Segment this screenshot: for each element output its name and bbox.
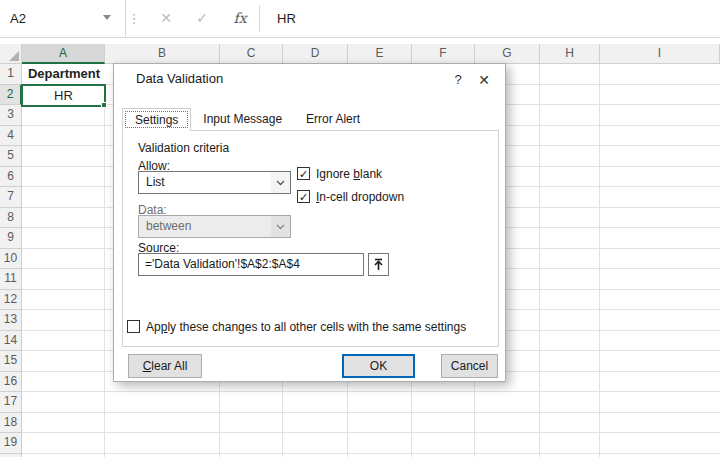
settings-tab-page: [122, 130, 499, 347]
data-combobox-disabled: between: [138, 215, 291, 238]
row-header-9[interactable]: 9: [0, 228, 22, 249]
row-header-4[interactable]: 4: [0, 126, 22, 147]
cancel-button[interactable]: Cancel: [441, 354, 498, 378]
clear-all-button[interactable]: Clear All: [128, 354, 202, 378]
row-header-17[interactable]: 17: [0, 392, 22, 413]
data-validation-dialog: Data Validation ? ✕ Settings Input Messa…: [113, 63, 506, 382]
select-all-corner[interactable]: [0, 44, 22, 64]
collapse-dialog-button[interactable]: [368, 253, 389, 276]
data-combobox-value: between: [146, 216, 191, 237]
row-header-3[interactable]: 3: [0, 105, 22, 126]
gridline-vertical: [539, 64, 540, 457]
row-header-11[interactable]: 11: [0, 269, 22, 290]
row-header-10[interactable]: 10: [0, 249, 22, 270]
gridline-horizontal: [22, 453, 720, 454]
name-box-value: A2: [10, 0, 26, 37]
source-input-value: ='Data Validation'!$A$2:$A$4: [145, 254, 300, 275]
incell-dropdown-label: In-cell dropdown: [316, 190, 404, 204]
select-all-triangle-icon: [9, 51, 19, 61]
tab-settings[interactable]: Settings: [122, 108, 191, 131]
ok-button[interactable]: OK: [342, 354, 415, 378]
apply-all-label: Apply these changes to all other cells w…: [146, 320, 466, 334]
chevron-down-icon: [271, 216, 290, 237]
gridline-vertical: [599, 64, 600, 457]
tab-input-message[interactable]: Input Message: [191, 108, 294, 130]
enter-formula-icon[interactable]: ✓: [184, 0, 220, 37]
ignore-blank-checkbox[interactable]: ✓: [297, 167, 310, 180]
chevron-down-icon[interactable]: [271, 172, 290, 193]
cell-a1[interactable]: Department: [23, 64, 105, 84]
column-header-G[interactable]: G: [475, 44, 540, 64]
row-header-1[interactable]: 1: [0, 64, 22, 85]
row-header-12[interactable]: 12: [0, 290, 22, 311]
help-icon[interactable]: ?: [447, 68, 469, 92]
formula-bar-value[interactable]: HR: [277, 0, 296, 37]
column-header-A[interactable]: A: [22, 44, 105, 64]
row-header-2[interactable]: 2: [0, 85, 22, 106]
dialog-title: Data Validation: [136, 71, 223, 86]
source-input[interactable]: ='Data Validation'!$A$2:$A$4: [138, 253, 364, 276]
cell-a2-selected[interactable]: HR: [21, 84, 106, 107]
row-header-20[interactable]: 20: [0, 454, 22, 457]
column-header-C[interactable]: C: [220, 44, 283, 64]
excel-window: A2 ⋮ ✕ ✓ fx HR ABCDEFGHI1234567891011121…: [0, 0, 720, 457]
row-header-19[interactable]: 19: [0, 433, 22, 454]
name-box-dropdown-icon[interactable]: [103, 15, 111, 20]
column-header-H[interactable]: H: [540, 44, 600, 64]
gridline-horizontal: [22, 432, 720, 433]
collapse-arrow-icon: [373, 258, 384, 271]
column-header-I[interactable]: I: [600, 44, 720, 64]
ignore-blank-label: Ignore blank: [316, 167, 382, 181]
row-header-7[interactable]: 7: [0, 187, 22, 208]
close-icon[interactable]: ✕: [472, 68, 496, 92]
row-header-15[interactable]: 15: [0, 351, 22, 372]
drag-dots-icon: ⋮: [127, 0, 141, 37]
dialog-tabs: Settings Input Message Error Alert: [122, 108, 372, 131]
validation-criteria-label: Validation criteria: [134, 141, 233, 155]
row-header-8[interactable]: 8: [0, 208, 22, 229]
apply-all-checkbox[interactable]: [127, 320, 140, 333]
formula-bar-separator: [259, 5, 260, 32]
allow-combobox-value: List: [146, 172, 165, 193]
row-header-16[interactable]: 16: [0, 372, 22, 393]
gridline-vertical: [104, 64, 105, 457]
insert-function-icon[interactable]: fx: [222, 0, 258, 37]
column-header-F[interactable]: F: [412, 44, 475, 64]
column-header-D[interactable]: D: [283, 44, 348, 64]
row-header-6[interactable]: 6: [0, 167, 22, 188]
row-header-14[interactable]: 14: [0, 331, 22, 352]
column-header-B[interactable]: B: [105, 44, 220, 64]
name-box[interactable]: A2: [0, 0, 126, 37]
column-header-E[interactable]: E: [348, 44, 412, 64]
formula-bar: A2 ⋮ ✕ ✓ fx HR: [0, 0, 720, 38]
cancel-formula-icon[interactable]: ✕: [148, 0, 184, 37]
tab-error-alert[interactable]: Error Alert: [294, 108, 372, 130]
allow-combobox[interactable]: List: [138, 171, 291, 194]
gridline-horizontal: [22, 412, 720, 413]
row-header-13[interactable]: 13: [0, 310, 22, 331]
incell-dropdown-checkbox[interactable]: ✓: [297, 190, 310, 203]
fill-handle[interactable]: [101, 102, 107, 108]
gridline-horizontal: [22, 391, 720, 392]
row-header-5[interactable]: 5: [0, 146, 22, 167]
row-header-18[interactable]: 18: [0, 413, 22, 434]
